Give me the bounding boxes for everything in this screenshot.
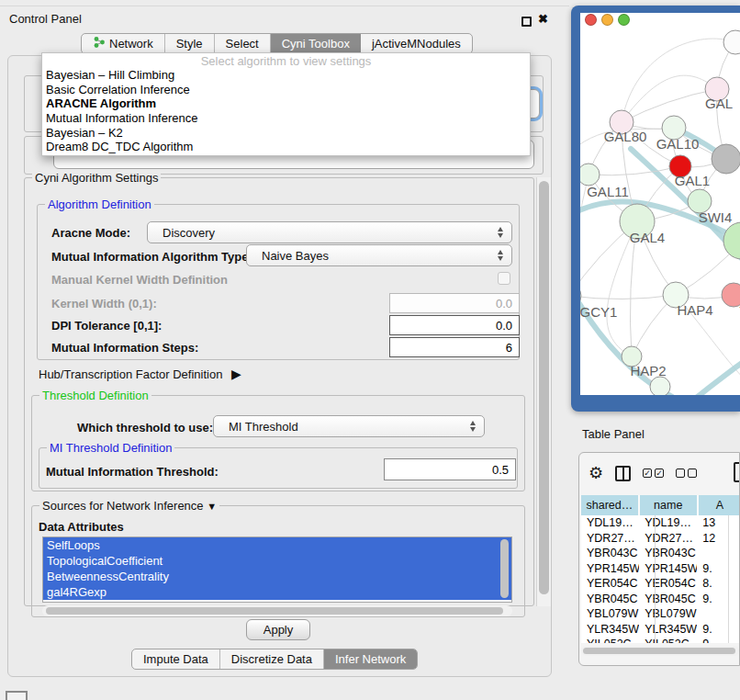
data-attributes-list[interactable]: SelfLoopsTopologicalCoefficientBetweenne… (42, 536, 512, 603)
table-row[interactable]: YBR043CYBR043C (581, 546, 740, 561)
node-unlabeled[interactable] (650, 377, 670, 395)
table-row[interactable]: YPR145WYPR145W9. (581, 561, 740, 577)
node-y[interactable] (722, 283, 740, 307)
close-icon[interactable]: ✖ (538, 12, 548, 26)
table-cell (697, 606, 740, 622)
network-window[interactable]: GALGAL80GAL10GAL1GAL11SWI4GAL4GCY1HAP4YH… (571, 6, 740, 412)
cyni-bottom-tabs: Impute DataDiscretize DataInfer Network (131, 649, 418, 670)
node-label-gal80[interactable]: GAL80 (604, 129, 647, 144)
table-cell: YER054C (581, 576, 639, 592)
algorithm-option-mutual-information-inference[interactable]: Mutual Information Inference (42, 111, 530, 126)
mi-threshold-field[interactable]: 0.5 (384, 458, 516, 480)
tab-label: Discretize Data (231, 652, 312, 666)
algorithm-dropdown-popup: Select algorithm to view settings Bayesi… (41, 52, 531, 156)
table-cell: YER054C (639, 576, 697, 592)
kernel-width-value: 0.0 (496, 297, 512, 310)
table-row[interactable]: YDL19…YDL19…13 (581, 515, 740, 531)
column-header-a[interactable]: A (699, 495, 740, 515)
algorithm-option-bayesian-k2[interactable]: Bayesian – K2 (42, 126, 530, 141)
attributes-hscrollbar[interactable] (42, 605, 512, 616)
table-row[interactable]: YER054CYER054C8. (581, 576, 740, 592)
tab-infer-network[interactable]: Infer Network (324, 649, 417, 669)
document-icon[interactable] (734, 462, 740, 482)
table-cell: YBR043C (639, 546, 697, 561)
kernel-width-field[interactable]: 0.0 (389, 293, 520, 313)
column-header-shared[interactable]: shared… (581, 495, 638, 515)
table-cell: YBR045C (639, 592, 697, 607)
tab-select[interactable]: Select (215, 34, 271, 53)
node-gal11[interactable] (580, 164, 600, 186)
cyni-settings-title: Cyni Algorithm Settings (32, 171, 161, 185)
table-row[interactable]: YIL052CYIL052C9 (581, 637, 740, 643)
column-header-name[interactable]: name (640, 495, 697, 515)
network-canvas[interactable]: GALGAL80GAL10GAL1GAL11SWI4GAL4GCY1HAP4YH… (580, 13, 740, 395)
mac-zoom-icon[interactable] (618, 14, 630, 26)
table-row[interactable]: YDR27…YDR27…12 (581, 531, 740, 547)
tab-label: Style (176, 37, 203, 51)
tab-network[interactable]: Network (82, 34, 165, 53)
tab-discretize-data[interactable]: Discretize Data (220, 649, 324, 669)
select-all-checkboxes-icon[interactable]: ✓✓ (643, 469, 664, 478)
dpi-tolerance-label: DPI Tolerance [0,1]: (51, 319, 162, 333)
aracne-mode-combo[interactable]: Discovery (147, 221, 512, 243)
tab-jactivemnodules[interactable]: jActiveMNodules (361, 34, 472, 53)
tab-label: jActiveMNodules (372, 37, 461, 51)
attribute-item-topologicalcoefficient[interactable]: TopologicalCoefficient (43, 553, 511, 569)
dpi-tolerance-field[interactable]: 0.0 (389, 315, 520, 335)
node-label-hap2[interactable]: HAP2 (630, 363, 666, 378)
node-label-gcy1[interactable]: GCY1 (580, 304, 617, 320)
mi-algorithm-type-value: Naive Bayes (262, 249, 329, 263)
manual-kernel-width-checkbox[interactable] (498, 272, 510, 285)
node-label-gal11[interactable]: GAL11 (587, 184, 629, 199)
table-header-row: shared…nameA (581, 495, 740, 515)
algorithm-option-aracne-algorithm[interactable]: ARACNE Algorithm (42, 96, 530, 111)
network-icon (93, 36, 106, 51)
node-unlabeled[interactable] (723, 30, 740, 54)
algorithm-option-dream8-dc-tdc-algorithm[interactable]: Dream8 DC_TDC Algorithm (42, 140, 530, 154)
mi-algorithm-type-combo[interactable]: Naive Bayes (246, 244, 512, 266)
table-row[interactable]: YBL079WYBL079W (581, 606, 740, 622)
mac-close-icon[interactable] (585, 14, 597, 26)
sources-title[interactable]: Sources for Network Inference ▼ (39, 499, 219, 513)
mi-threshold-label: Mutual Information Threshold: (46, 465, 219, 479)
table-row[interactable]: YBR045CYBR045C9. (581, 592, 740, 607)
table-toolbar: ⚙ ✓✓ (579, 453, 739, 493)
tab-cyni-toolbox[interactable]: Cyni Toolbox (271, 34, 361, 53)
table-hscrollbar[interactable] (581, 646, 739, 656)
attribute-item-selfloops[interactable]: SelfLoops (43, 537, 511, 553)
deselect-all-checkboxes-icon[interactable] (676, 469, 697, 478)
node-label-gal[interactable]: GAL (705, 96, 733, 111)
table-cell: YIL052C (639, 637, 697, 643)
algorithm-option-bayesian-hill-climbing[interactable]: Bayesian – Hill Climbing (42, 68, 530, 83)
combo-stepper-icon (498, 227, 503, 238)
node-unlabeled[interactable] (712, 144, 740, 174)
node-label-gal10[interactable]: GAL10 (656, 136, 700, 152)
tab-impute-data[interactable]: Impute Data (132, 649, 220, 669)
hub-definition-toggle[interactable]: Hub/Transcription Factor Definition ▶ (39, 367, 241, 381)
table-row[interactable]: YLR345WYLR345W9. (581, 622, 740, 638)
node-unlabeled[interactable] (723, 222, 740, 259)
node-label-hap4[interactable]: HAP4 (677, 302, 712, 318)
settings-gear-icon[interactable]: ⚙ (589, 465, 603, 481)
column-browser-icon[interactable] (615, 466, 631, 481)
node-label-swi4[interactable]: SWI4 (699, 209, 733, 225)
mac-minimize-icon[interactable] (601, 14, 613, 26)
mi-steps-label: Mutual Information Steps: (51, 341, 198, 355)
mi-steps-value: 6 (506, 341, 512, 355)
hub-definition-label: Hub/Transcription Factor Definition (39, 367, 222, 381)
attribute-item-betweennesscentrality[interactable]: BetweennessCentrality (43, 569, 511, 584)
node-label-gal1[interactable]: GAL1 (675, 173, 710, 188)
which-threshold-combo[interactable]: MI Threshold (213, 415, 485, 437)
attributes-vscrollbar[interactable] (499, 537, 511, 602)
node-label-gal4[interactable]: GAL4 (630, 230, 665, 245)
float-window-icon[interactable] (521, 17, 532, 27)
manual-kernel-width-label: Manual Kernel Width Definition (51, 273, 228, 287)
tab-style[interactable]: Style (165, 34, 215, 53)
apply-button[interactable]: Apply (246, 619, 310, 640)
attribute-item-gal4rgexp[interactable]: gal4RGexp (43, 584, 511, 600)
settings-scrollbar[interactable] (536, 177, 551, 606)
minimized-panel-icon[interactable] (6, 691, 28, 700)
mi-steps-field[interactable]: 6 (389, 337, 520, 357)
algorithm-option-basic-correlation-inference[interactable]: Basic Correlation Inference (42, 83, 530, 97)
tab-label: Impute Data (143, 652, 208, 666)
